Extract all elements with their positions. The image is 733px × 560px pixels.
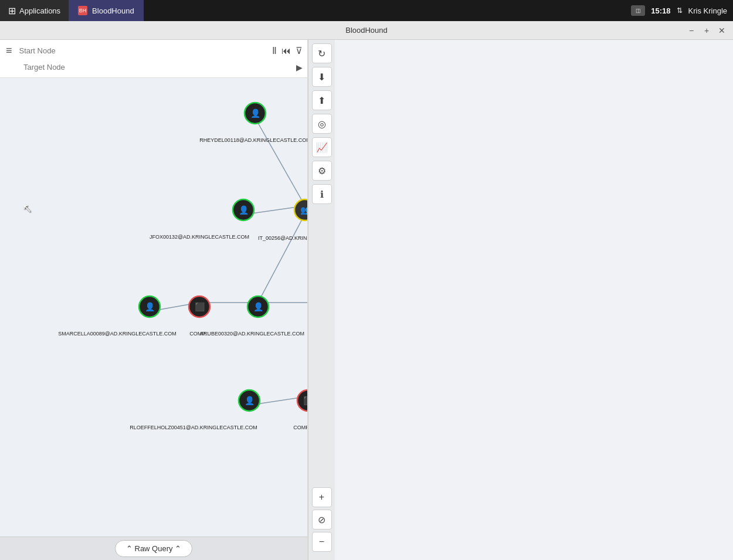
svg-text:RLOEFFELHOLZ00451@AD.KRINGLECA: RLOEFFELHOLZ00451@AD.KRINGLECASTLE.COM — [130, 425, 257, 430]
app-content: ≡ Ⅱ ⏮ ⊽ ▶ 👤RHEYDEL00118 — [0, 40, 733, 560]
download-button[interactable]: ⬇ — [312, 67, 332, 87]
svg-line-6 — [258, 214, 305, 303]
svg-text:👤: 👤 — [245, 396, 255, 406]
svg-line-0 — [255, 118, 305, 206]
svg-text:SMARCELLA00089@AD.KRINGLECASTL: SMARCELLA00089@AD.KRINGLECASTLE.COM — [58, 331, 177, 337]
upload-button[interactable]: ⬆ — [312, 90, 332, 110]
svg-text:👥: 👥 — [300, 205, 308, 215]
search-area: ≡ Ⅱ ⏮ ⊽ ▶ — [0, 40, 307, 78]
zoom-in-button[interactable]: + — [312, 487, 332, 507]
zoom-controls: + ⊘ − — [312, 487, 332, 552]
hamburger-menu-icon[interactable]: ≡ — [5, 43, 13, 58]
app-grid-icon: ⊞ — [8, 5, 16, 16]
svg-text:👤: 👤 — [253, 302, 264, 312]
window-controls: − + ✕ — [685, 24, 728, 37]
left-panel: ≡ Ⅱ ⏮ ⊽ ▶ 👤RHEYDEL00118 — [0, 40, 308, 560]
svg-text:IT_00256@AD.KRINGLECASTLE.COM: IT_00256@AD.KRINGLECASTLE.COM — [258, 235, 307, 241]
bloodhound-tab-label: BloodHound — [92, 6, 134, 15]
topbar: ⊞ Applications BH BloodHound ◫ 15:18 ⇅ K… — [0, 0, 733, 21]
sort-icon: ⇅ — [677, 6, 683, 15]
applications-button[interactable]: ⊞ Applications — [0, 0, 69, 21]
back-icon[interactable]: ⏮ — [281, 46, 291, 56]
right-toolbar: ↻ ⬇ ⬆ ◎ 📈 ⚙ ℹ + ⊘ − — [308, 40, 335, 560]
zoom-out-button[interactable]: − — [312, 532, 332, 552]
bloodhound-icon: BH — [78, 6, 87, 15]
applications-label: Applications — [19, 6, 60, 15]
target-node-row: ▶ — [5, 60, 303, 74]
chart-button[interactable]: 📈 — [312, 137, 332, 157]
play-button[interactable]: ▶ — [296, 63, 303, 72]
svg-text:⬛: ⬛ — [303, 396, 308, 406]
raw-query-button[interactable]: ⌃ Raw Query ⌃ — [115, 540, 192, 557]
tray-icon: ◫ — [631, 5, 645, 16]
window-titlebar: BloodHound − + ✕ — [0, 21, 733, 40]
user-name: Kris Kringle — [688, 6, 727, 15]
target-node-input[interactable] — [21, 60, 293, 74]
svg-text:COMP804...: COMP804... — [293, 425, 307, 430]
bloodhound-window: BloodHound − + ✕ ≡ Ⅱ ⏮ ⊽ — [0, 21, 733, 560]
close-button[interactable]: ✕ — [715, 24, 728, 37]
filter-icon[interactable]: ⊽ — [296, 45, 303, 56]
svg-text:👤: 👤 — [239, 205, 249, 215]
svg-text:JFOX00132@AD.KRINGLECASTLE.COM: JFOX00132@AD.KRINGLECASTLE.COM — [150, 234, 249, 240]
svg-text:👤: 👤 — [250, 108, 261, 118]
target-button[interactable]: ◎ — [312, 114, 332, 134]
svg-text:RHEYDEL00118@AD.KRINGLECASTLE.: RHEYDEL00118@AD.KRINGLECASTLE.COM — [199, 137, 307, 143]
pathfind-icon[interactable]: Ⅱ — [272, 45, 277, 56]
start-node-icons: Ⅱ ⏮ ⊽ — [272, 45, 303, 56]
window-title: BloodHound — [345, 26, 388, 35]
refresh-button[interactable]: ↻ — [312, 43, 332, 63]
topbar-right: ◫ 15:18 ⇅ Kris Kringle — [631, 5, 733, 16]
lock-button[interactable]: ⊘ — [312, 510, 332, 530]
svg-text:⬛: ⬛ — [195, 302, 205, 312]
bottom-bar: ⌃ Raw Query ⌃ — [0, 537, 307, 560]
minimize-button[interactable]: − — [685, 24, 698, 37]
settings-button[interactable]: ⚙ — [312, 161, 332, 181]
bloodhound-tab[interactable]: BH BloodHound — [69, 0, 144, 21]
start-node-row: ≡ Ⅱ ⏮ ⊽ — [5, 43, 303, 58]
graph-canvas[interactable]: 👤RHEYDEL00118@AD.KRINGLECASTLE.COM👤JFOX0… — [0, 78, 307, 537]
start-node-input[interactable] — [17, 44, 269, 57]
clock: 15:18 — [651, 6, 670, 15]
graph-svg: 👤RHEYDEL00118@AD.KRINGLECASTLE.COM👤JFOX0… — [0, 78, 307, 537]
svg-text:ARUBE00320@AD.KRINGLECASTLE.CO: ARUBE00320@AD.KRINGLECASTLE.COM — [200, 331, 304, 337]
svg-text:👤: 👤 — [145, 302, 155, 312]
info-button[interactable]: ℹ — [312, 184, 332, 204]
raw-query-label: ⌃ Raw Query ⌃ — [126, 544, 181, 553]
maximize-button[interactable]: + — [700, 24, 713, 37]
